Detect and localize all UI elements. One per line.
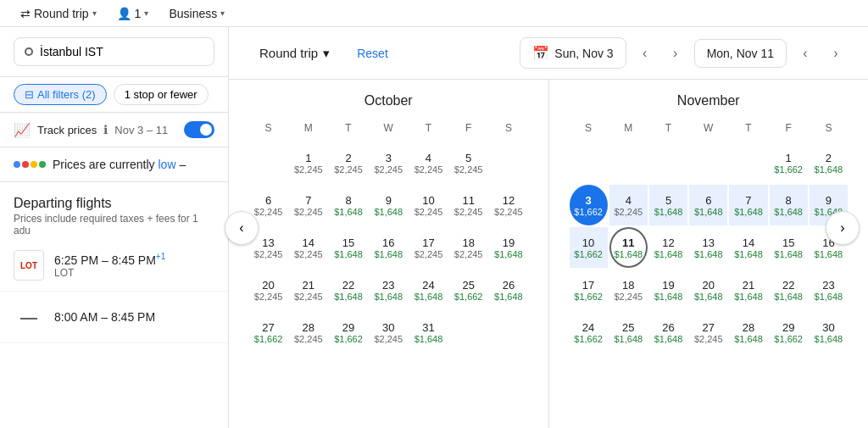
day-cell[interactable]: 5$1,648	[649, 185, 687, 225]
track-prices-toggle[interactable]	[184, 121, 214, 138]
person-icon: 👤	[117, 7, 131, 20]
day-cell[interactable]: 10$2,245	[409, 185, 448, 225]
day-cell[interactable]: 22$1,648	[770, 270, 808, 310]
day-price: $2,245	[374, 164, 403, 175]
day-cell[interactable]: 7$2,245	[289, 185, 327, 225]
calendar-prev-arrow[interactable]: ‹	[225, 211, 259, 245]
day-cell[interactable]: 17$1,662	[570, 270, 608, 310]
day-cell[interactable]: 28$2,245	[289, 312, 327, 353]
day-cell[interactable]: 21$2,245	[289, 270, 327, 310]
day-cell[interactable]: 9$1,648	[370, 185, 408, 225]
day-price: $1,648	[415, 292, 443, 302]
day-cell[interactable]: 4$2,245	[409, 142, 448, 183]
return-next-button[interactable]: ›	[824, 42, 848, 65]
day-cell	[689, 142, 727, 183]
day-cell[interactable]: 21$1,648	[729, 270, 767, 310]
day-cell[interactable]: 30$1,648	[810, 312, 848, 353]
day-cell[interactable]: 23$1,648	[810, 270, 848, 310]
day-cell[interactable]: 1$1,662	[770, 142, 808, 183]
track-icon: 📈	[14, 122, 31, 138]
day-cell[interactable]: 30$2,245	[370, 312, 408, 353]
day-cell[interactable]: 3$1,662	[570, 185, 608, 225]
calendar-next-arrow[interactable]: ›	[826, 211, 860, 245]
depart-next-button[interactable]: ›	[664, 42, 687, 65]
day-cell[interactable]: 29$1,662	[770, 312, 808, 353]
depart-date-display[interactable]: 📅 Sun, Nov 3	[520, 37, 626, 69]
day-price: $2,245	[254, 292, 283, 302]
day-cell[interactable]: 20$2,245	[249, 270, 287, 310]
day-number: 10	[422, 194, 434, 207]
day-cell[interactable]: 12$2,245	[489, 185, 527, 225]
flight-item-1[interactable]: — 8:00 AM – 8:45 PM	[0, 292, 228, 343]
class-button[interactable]: Business ▾	[162, 3, 231, 24]
reset-button[interactable]: Reset	[350, 43, 395, 64]
day-number: 14	[743, 236, 754, 249]
day-cell[interactable]: 6$1,648	[689, 185, 727, 225]
calendar-round-trip-button[interactable]: Round trip ▾	[249, 41, 340, 66]
day-cell[interactable]: 13$1,648	[689, 227, 727, 268]
day-header: F	[770, 119, 808, 137]
november-title: November	[570, 93, 849, 108]
date-navigation: 📅 Sun, Nov 3 ‹ › Mon, Nov 11 ‹ ›	[520, 37, 848, 69]
day-price: $1,648	[334, 207, 363, 217]
day-cell[interactable]: 16$1,648	[370, 227, 408, 268]
day-cell[interactable]: 29$1,662	[329, 312, 367, 353]
day-cell[interactable]: 17$2,245	[409, 227, 448, 268]
day-cell[interactable]: 31$1,648	[409, 312, 448, 353]
day-cell[interactable]: 23$1,648	[370, 270, 408, 310]
track-dates: Nov 3 – 11	[114, 124, 168, 136]
top-bar: ⇄ Round trip ▾ 👤 1 ▾ Business ▾	[0, 0, 868, 27]
day-cell[interactable]: 7$1,648	[729, 185, 767, 225]
day-cell[interactable]: 22$1,648	[329, 270, 367, 310]
flight-day-offset-0: +1	[156, 252, 165, 261]
day-cell[interactable]: 11$1,648	[609, 227, 648, 268]
trip-type-button[interactable]: ⇄ Round trip ▾	[14, 3, 103, 24]
day-cell[interactable]: 26$1,648	[649, 312, 687, 353]
day-cell[interactable]: 11$2,245	[449, 185, 487, 225]
return-date-display[interactable]: Mon, Nov 11	[694, 39, 787, 68]
day-cell[interactable]: 4$2,245	[609, 185, 648, 225]
day-cell[interactable]: 18$2,245	[449, 227, 487, 268]
day-price: $1,648	[815, 164, 843, 175]
day-cell[interactable]: 2$1,648	[810, 142, 848, 183]
all-filters-button[interactable]: ⊟ All filters (2)	[14, 84, 107, 105]
day-cell[interactable]: 19$1,648	[649, 270, 687, 310]
day-cell[interactable]: 15$1,648	[329, 227, 367, 268]
flight-item-0[interactable]: LOT 6:25 PM – 8:45 PM+1 LOT	[0, 240, 228, 292]
day-number: 14	[303, 236, 314, 249]
day-cell[interactable]: 26$1,648	[489, 270, 527, 310]
day-cell[interactable]: 19$1,648	[489, 227, 527, 268]
day-number: 23	[822, 279, 834, 292]
stop-filter-button[interactable]: 1 stop or fewer	[114, 84, 209, 105]
day-cell[interactable]: 8$1,648	[329, 185, 367, 225]
day-cell[interactable]: 24$1,648	[409, 270, 448, 310]
airline-logo-1: —	[14, 302, 44, 332]
day-cell[interactable]: 18$2,245	[609, 270, 648, 310]
day-cell[interactable]: 14$2,245	[289, 227, 327, 268]
day-cell[interactable]: 12$1,648	[649, 227, 687, 268]
depart-prev-button[interactable]: ‹	[633, 42, 657, 65]
day-cell[interactable]: 25$1,648	[609, 312, 648, 353]
day-cell[interactable]: 28$1,648	[729, 312, 767, 353]
day-cell[interactable]: 10$1,662	[570, 227, 608, 268]
day-cell[interactable]: 27$2,245	[689, 312, 727, 353]
day-cell[interactable]: 27$1,662	[249, 312, 287, 353]
day-cell	[249, 142, 287, 183]
day-cell[interactable]: 2$2,245	[329, 142, 367, 183]
day-price: $1,662	[774, 334, 803, 344]
day-number: 17	[582, 279, 594, 292]
day-cell[interactable]: 1$2,245	[289, 142, 327, 183]
day-cell[interactable]: 3$2,245	[370, 142, 408, 183]
search-input-field[interactable]: İstanbul IST	[14, 37, 214, 66]
day-cell[interactable]: 15$1,648	[770, 227, 808, 268]
day-cell[interactable]: 5$2,245	[449, 142, 487, 183]
day-cell[interactable]: 20$1,648	[689, 270, 727, 310]
day-cell[interactable]: 24$1,662	[570, 312, 608, 353]
filter-icon: ⊟	[25, 88, 34, 101]
day-cell[interactable]: 14$1,648	[729, 227, 767, 268]
day-cell[interactable]: 8$1,648	[770, 185, 808, 225]
day-cell[interactable]: 25$1,662	[449, 270, 487, 310]
passengers-button[interactable]: 👤 1 ▾	[110, 3, 156, 24]
day-number: 4	[626, 194, 632, 207]
return-prev-button[interactable]: ‹	[793, 42, 817, 65]
